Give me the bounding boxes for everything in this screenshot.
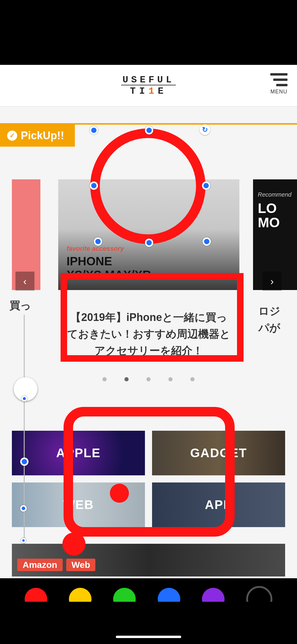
rotation-handle[interactable]: ↻: [200, 124, 210, 135]
slide-next-title: LO MO: [258, 201, 292, 230]
hamburger-icon: [270, 73, 287, 86]
markup-rounded-rectangle[interactable]: [64, 407, 235, 537]
carousel-slide-prev-caption: 買っ: [0, 298, 40, 313]
logo-top-text: USEFUL: [121, 75, 176, 85]
selection-handle[interactable]: [202, 181, 210, 190]
selection-handle[interactable]: [90, 126, 98, 134]
color-swatch-red[interactable]: [25, 588, 47, 602]
menu-label: MENU: [271, 89, 287, 95]
site-logo[interactable]: USEFUL TI1E: [121, 75, 176, 96]
rotate-icon: ↻: [202, 126, 208, 134]
slider-tick: [21, 538, 26, 543]
color-swatch-green[interactable]: [113, 588, 136, 602]
carousel-dot[interactable]: [146, 377, 151, 381]
color-palette: [0, 578, 297, 602]
carousel-next-caption: ロジ パが: [258, 303, 297, 336]
menu-button[interactable]: MENU: [270, 73, 287, 95]
article-tag[interactable]: Amazon: [17, 559, 63, 571]
site-header: USEFUL TI1E MENU: [0, 65, 297, 106]
carousel-dot[interactable]: [102, 377, 107, 381]
slider-tick: [20, 505, 27, 512]
markup-circle[interactable]: [90, 129, 206, 244]
pickup-label: PickUp!!: [21, 129, 64, 142]
carousel-dot[interactable]: [168, 377, 173, 381]
slide-next-subtitle: Recommend: [258, 191, 292, 198]
carousel-next-button[interactable]: ›: [263, 272, 282, 291]
carousel-dot[interactable]: [190, 377, 195, 381]
carousel-prev-button[interactable]: ‹: [15, 272, 34, 291]
carousel-dot[interactable]: [124, 377, 129, 381]
slider-tick: [21, 396, 27, 402]
selection-handle[interactable]: [94, 237, 102, 246]
selection-handle[interactable]: [145, 239, 153, 247]
markup-dot[interactable]: [110, 484, 129, 503]
check-icon: ✓: [7, 131, 17, 141]
color-swatch-black[interactable]: [246, 586, 272, 602]
carousel-dots: [0, 377, 297, 381]
selection-handle[interactable]: [203, 237, 211, 246]
logo-bottom-text: TI1E: [121, 87, 176, 96]
slider-tick: [20, 457, 29, 466]
markup-dot[interactable]: [62, 532, 86, 556]
chevron-right-icon: ›: [270, 275, 274, 287]
selection-handle[interactable]: [90, 181, 98, 190]
selection-handle[interactable]: [145, 126, 153, 134]
pickup-badge: ✓ PickUp!!: [0, 125, 75, 147]
article-card[interactable]: Amazon Web: [12, 544, 285, 576]
article-tag[interactable]: Web: [66, 559, 96, 571]
chevron-left-icon: ‹: [23, 275, 26, 287]
color-swatch-blue[interactable]: [158, 588, 180, 602]
color-swatch-yellow[interactable]: [69, 588, 91, 602]
home-indicator[interactable]: [116, 636, 181, 638]
markup-rectangle[interactable]: [61, 273, 244, 362]
color-swatch-purple[interactable]: [202, 588, 225, 602]
